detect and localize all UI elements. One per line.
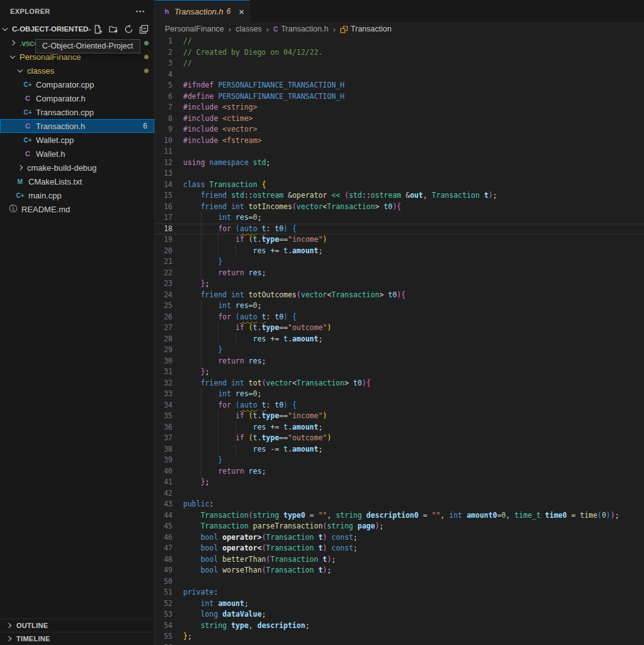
line-number[interactable]: 21 [155, 256, 183, 268]
line-number[interactable]: 36 [155, 422, 183, 433]
collapse-all-icon[interactable] [139, 25, 149, 34]
line-number[interactable]: 22 [155, 268, 183, 279]
breadcrumb-item-transaction-h[interactable]: CTransaction.h [273, 25, 329, 33]
code-line[interactable]: 9#include <vector> [155, 124, 644, 135]
line-number[interactable]: 2 [155, 47, 183, 59]
outline-section-header[interactable]: OUTLINE [0, 619, 154, 632]
line-number[interactable]: 41 [155, 477, 183, 488]
code-line[interactable]: 1// [155, 36, 644, 47]
line-number[interactable]: 50 [155, 576, 183, 588]
code-line[interactable]: 34for (auto t: t0) { [155, 400, 644, 411]
refresh-icon[interactable] [124, 25, 133, 34]
folder-item-cmake-build-debug[interactable]: cmake-build-debug [0, 161, 154, 174]
code-line[interactable]: 40return res; [155, 466, 644, 477]
code-line[interactable]: 52int amount; [155, 598, 644, 610]
file-item-wallet-cpp[interactable]: C+Wallet.cpp [0, 133, 154, 147]
line-number[interactable]: 11 [155, 146, 183, 157]
code-line[interactable]: 50 [155, 576, 644, 588]
line-number[interactable]: 40 [155, 466, 183, 477]
line-number[interactable]: 24 [155, 290, 183, 301]
breadcrumb-item-personalfinance[interactable]: PersonalFinance [165, 25, 224, 33]
code-line[interactable]: 54string type, description; [155, 620, 644, 632]
file-item-cmakelists-txt[interactable]: MCMakeLists.txt [0, 174, 154, 188]
code-line[interactable]: 32friend int tot(vector<Transaction> t0)… [155, 378, 644, 389]
code-line[interactable]: 14class Transaction { [155, 180, 644, 191]
file-item-transaction-h[interactable]: CTransaction.h6 [0, 119, 154, 133]
new-file-icon[interactable] [93, 25, 103, 34]
line-number[interactable]: 54 [155, 620, 183, 632]
line-number[interactable]: 48 [155, 554, 183, 566]
code-line[interactable]: 42 [155, 488, 644, 499]
code-line[interactable]: 11 [155, 146, 644, 157]
new-folder-icon[interactable] [108, 25, 118, 34]
code-line[interactable]: 7#include <string> [155, 102, 644, 113]
line-number[interactable]: 33 [155, 389, 183, 400]
code-line[interactable]: 28res += t.amount; [155, 334, 644, 345]
code-line[interactable]: 48bool betterThan(Transaction t); [155, 554, 644, 566]
code-line[interactable]: 4 [155, 69, 644, 81]
code-line[interactable]: 2// Created by Diego on 04/12/22. [155, 47, 644, 59]
close-icon[interactable]: × [239, 7, 244, 16]
line-number[interactable]: 16 [155, 202, 183, 213]
line-number[interactable]: 18 [155, 224, 183, 235]
code-line[interactable]: 39} [155, 455, 644, 466]
code-line[interactable]: 23}; [155, 278, 644, 290]
line-number[interactable]: 46 [155, 532, 183, 544]
code-line[interactable]: 45Transaction parseTransaction(string pa… [155, 521, 644, 532]
code-line[interactable]: 38res -= t.amount; [155, 444, 644, 455]
tab-transaction-h[interactable]: h Transaction.h 6 × [155, 0, 250, 22]
code-line[interactable]: 13 [155, 168, 644, 180]
line-number[interactable]: 26 [155, 312, 183, 323]
more-actions-icon[interactable]: ⋯ [135, 6, 145, 17]
code-line[interactable]: 25int res=0; [155, 300, 644, 312]
code-line[interactable]: 3// [155, 58, 644, 69]
line-number[interactable]: 38 [155, 444, 183, 455]
line-number[interactable]: 55 [155, 631, 183, 642]
line-number[interactable]: 6 [155, 91, 183, 103]
line-number[interactable]: 19 [155, 234, 183, 246]
line-number[interactable]: 17 [155, 212, 183, 224]
line-number[interactable]: 51 [155, 587, 183, 598]
line-number[interactable]: 13 [155, 168, 183, 180]
line-number[interactable]: 49 [155, 565, 183, 576]
line-number[interactable]: 14 [155, 180, 183, 191]
line-number[interactable]: 20 [155, 246, 183, 257]
line-number[interactable]: 5 [155, 80, 183, 91]
code-line[interactable]: 20res += t.amount; [155, 246, 644, 257]
code-line[interactable]: 16friend int totIncomes(vector<Transacti… [155, 202, 644, 213]
code-line[interactable]: 5#ifndef PERSONALFINANCE_TRANSACTION_H [155, 80, 644, 91]
line-number[interactable]: 47 [155, 543, 183, 554]
code-line[interactable]: 36res += t.amount; [155, 422, 644, 433]
breadcrumb-item-classes[interactable]: classes [235, 25, 262, 33]
code-line[interactable]: 15friend std::ostream &operator << (std:… [155, 190, 644, 202]
line-number[interactable]: 7 [155, 102, 183, 113]
line-number[interactable]: 27 [155, 322, 183, 334]
code-line[interactable]: 49bool worseThan(Transaction t); [155, 565, 644, 576]
breadcrumb-item-transaction[interactable]: Transaction [340, 25, 392, 33]
file-item-main-cpp[interactable]: C+main.cpp [0, 188, 154, 202]
line-number[interactable]: 28 [155, 334, 183, 345]
code-line[interactable]: 33int res=0; [155, 389, 644, 400]
code-line[interactable]: 27if (t.type=="outcome") [155, 322, 644, 334]
code-line[interactable]: 17int res=0; [155, 212, 644, 224]
file-item-wallet-h[interactable]: CWallet.h [0, 147, 154, 161]
line-number[interactable]: 8 [155, 113, 183, 125]
code-line[interactable]: 10#include <fstream> [155, 135, 644, 147]
line-number[interactable]: 31 [155, 367, 183, 378]
code-line[interactable]: 24friend int totOutcomes(vector<Transact… [155, 290, 644, 301]
file-item-comparator-cpp[interactable]: C+Comparator.cpp [0, 77, 154, 91]
code-line[interactable]: 53long dataValue; [155, 609, 644, 620]
line-number[interactable]: 4 [155, 69, 183, 81]
code-line[interactable]: 26for (auto t: t0) { [155, 312, 644, 323]
code-line[interactable]: 35if (t.type=="income") [155, 411, 644, 422]
code-line[interactable]: 56 [155, 642, 644, 645]
code-line[interactable]: 43public: [155, 499, 644, 510]
code-line[interactable]: 30return res; [155, 356, 644, 367]
line-number[interactable]: 23 [155, 278, 183, 290]
line-number[interactable]: 39 [155, 455, 183, 466]
code-line[interactable]: 22return res; [155, 268, 644, 279]
line-number[interactable]: 52 [155, 598, 183, 610]
file-item-readme-md[interactable]: ⓘREADME.md [0, 202, 154, 216]
code-line[interactable]: 51private: [155, 587, 644, 598]
code-line[interactable]: 12using namespace std; [155, 157, 644, 169]
